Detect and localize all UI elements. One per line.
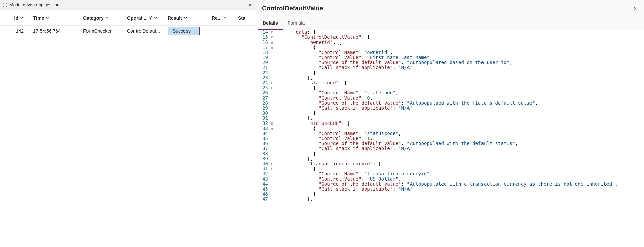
line-number: 38 xyxy=(257,151,271,156)
info-icon: i xyxy=(3,3,7,7)
table-row[interactable]: 142 17:54:56.764 FormChecker ControlDefa… xyxy=(0,26,257,36)
line-number: 34 xyxy=(257,131,271,136)
fold-icon[interactable]: ⊟ xyxy=(271,85,277,90)
left-pane-header: i Model-driven app session ✕ xyxy=(0,0,257,10)
code-content: "statuscode": [ xyxy=(277,121,644,126)
line-number: 14 xyxy=(257,30,271,35)
fold-icon xyxy=(271,111,277,116)
fold-icon[interactable]: ⊟ xyxy=(271,121,277,126)
line-number: 28 xyxy=(257,101,271,106)
code-content: "ControlDefaultValue": { xyxy=(277,35,644,40)
code-line: 47 ], xyxy=(257,197,644,202)
line-number: 37 xyxy=(257,146,271,151)
code-line: 37 "Call stack if applicable": "N/A" xyxy=(257,146,644,151)
line-number: 16 xyxy=(257,40,271,45)
line-number: 18 xyxy=(257,50,271,55)
fold-icon[interactable]: ⊟ xyxy=(271,161,277,166)
fold-icon[interactable]: ⊟ xyxy=(271,80,277,85)
chevron-down-icon xyxy=(183,15,188,21)
col-re[interactable]: Re... xyxy=(208,15,234,21)
fold-icon xyxy=(271,156,277,161)
line-number: 46 xyxy=(257,192,271,197)
fold-icon[interactable]: ⊟ xyxy=(271,40,277,45)
result-badge[interactable]: Success xyxy=(168,27,200,35)
code-line: 22 } xyxy=(257,70,644,75)
code-content: "Control Name": "transactioncurrencyid", xyxy=(277,171,644,176)
line-number: 31 xyxy=(257,116,271,121)
code-content: "Control Value": 0, xyxy=(277,95,644,101)
code-content: "Control Value": "First name Last name", xyxy=(277,55,644,60)
col-result[interactable]: Result xyxy=(164,15,208,21)
line-number: 41 xyxy=(257,166,271,171)
col-operation[interactable]: Operati... xyxy=(124,15,164,21)
right-pane: ControlDefaultValue Details Formula 14⊟ … xyxy=(257,0,644,247)
code-line: 28 "Source of the default value": "Autop… xyxy=(257,101,644,106)
fold-icon xyxy=(271,141,277,146)
chevron-down-icon xyxy=(45,15,49,21)
line-number: 29 xyxy=(257,106,271,111)
fold-icon xyxy=(271,95,277,101)
tab-details[interactable]: Details xyxy=(258,17,283,30)
col-operation-label: Operati... xyxy=(127,15,148,21)
code-line: 26 "Control Name": "statecode", xyxy=(257,90,644,95)
code-content: } xyxy=(277,70,644,75)
chevron-down-icon xyxy=(223,15,227,21)
code-line: 30 } xyxy=(257,111,644,116)
code-content: "Call stack if applicable": "N/A" xyxy=(277,146,644,151)
tab-formula[interactable]: Formula xyxy=(283,17,309,30)
code-line: 33⊟ { xyxy=(257,126,644,131)
col-sta-label: Sta xyxy=(238,15,245,21)
fold-icon[interactable]: ⊟ xyxy=(271,30,277,35)
code-line: 16⊟ "ownerid": [ xyxy=(257,40,644,45)
code-line: 27 "Control Value": 0, xyxy=(257,95,644,101)
code-line: 31 ], xyxy=(257,116,644,121)
line-number: 26 xyxy=(257,90,271,95)
code-content: } xyxy=(277,192,644,197)
col-sta[interactable]: Sta xyxy=(234,15,251,21)
col-id[interactable]: Id xyxy=(0,15,30,21)
code-line: 36 "Source of the default value": "Autop… xyxy=(257,141,644,146)
right-pane-header: ControlDefaultValue xyxy=(257,0,644,17)
fold-icon[interactable]: ⊟ xyxy=(271,45,277,50)
code-editor[interactable]: 14⊟ data: {15⊟ "ControlDefaultValue": {1… xyxy=(257,30,644,247)
code-line: 45 "Call stack if applicable": "N/A" xyxy=(257,187,644,192)
cell-time: 17:54:56.764 xyxy=(30,28,80,34)
line-number: 27 xyxy=(257,95,271,101)
tab-strip: Details Formula xyxy=(257,17,644,30)
code-line: 32⊟ "statuscode": [ xyxy=(257,121,644,126)
chevron-down-icon xyxy=(105,15,109,21)
code-content: "transactioncurrencyid": [ xyxy=(277,161,644,166)
line-number: 39 xyxy=(257,156,271,161)
cell-id: 142 xyxy=(0,28,30,34)
col-category-label: Category xyxy=(83,15,104,21)
cell-category: FormChecker xyxy=(80,28,124,34)
code-line: 18 "Control Name": "ownerid", xyxy=(257,50,644,55)
line-number: 19 xyxy=(257,55,271,60)
code-line: 29 "Call stack if applicable": "N/A" xyxy=(257,106,644,111)
fold-icon[interactable]: ⊟ xyxy=(271,166,277,171)
col-time[interactable]: Time xyxy=(30,15,80,21)
chevron-down-icon xyxy=(20,15,24,21)
line-number: 33 xyxy=(257,126,271,131)
fold-icon[interactable]: ⊟ xyxy=(271,126,277,131)
code-line: 17⊟ { xyxy=(257,45,644,50)
fold-icon xyxy=(271,197,277,202)
left-pane: i Model-driven app session ✕ Id Time Cat… xyxy=(0,0,257,247)
col-category[interactable]: Category xyxy=(80,15,124,21)
line-number: 21 xyxy=(257,65,271,70)
code-line: 15⊟ "ControlDefaultValue": { xyxy=(257,35,644,40)
grid-header: Id Time Category Operati... Result Re...… xyxy=(0,10,257,26)
close-button[interactable]: ✕ xyxy=(246,1,254,9)
code-content: } xyxy=(277,151,644,156)
code-content: "ownerid": [ xyxy=(277,40,644,45)
fold-icon xyxy=(271,90,277,95)
line-number: 20 xyxy=(257,60,271,65)
fold-icon xyxy=(271,171,277,176)
code-content: "Call stack if applicable": "N/A" xyxy=(277,187,644,192)
fold-icon[interactable]: ⊟ xyxy=(271,35,277,40)
code-content: { xyxy=(277,166,644,171)
collapse-button[interactable] xyxy=(630,4,639,13)
fold-icon xyxy=(271,151,277,156)
code-content: "Call stack if applicable": "N/A" xyxy=(277,106,644,111)
line-number: 42 xyxy=(257,171,271,176)
